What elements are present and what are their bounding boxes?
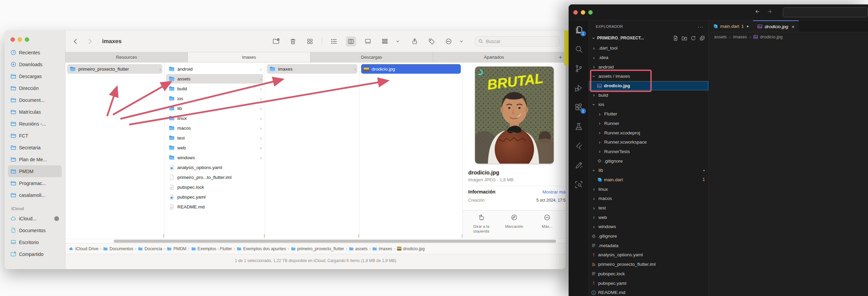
tree-item[interactable]: drodicio.jpg — [589, 81, 708, 91]
breadcrumb-item[interactable]: assets — [714, 34, 727, 39]
path-item[interactable]: Documentos — [103, 246, 133, 251]
nav-forward-icon[interactable] — [767, 8, 773, 16]
breadcrumb-item[interactable]: imaxes — [733, 34, 747, 39]
close-button[interactable] — [11, 37, 15, 42]
sidebar-item[interactable]: Descargas — [8, 70, 62, 82]
path-item[interactable]: Exemplos dos apuntes — [237, 246, 286, 251]
source-control-icon[interactable] — [574, 64, 584, 73]
tree-item[interactable]: ›test — [589, 203, 708, 213]
tree-item[interactable]: .gitignore — [589, 232, 708, 241]
command-center-search[interactable] — [783, 7, 868, 17]
forward-button[interactable] — [85, 37, 95, 46]
zoom-button[interactable] — [588, 10, 593, 15]
group-by-icon[interactable] — [380, 36, 390, 47]
more-actions-icon[interactable] — [443, 36, 454, 47]
tree-item[interactable]: .gitignore — [589, 156, 708, 166]
file-row[interactable]: android› — [166, 64, 263, 74]
sidebar-item[interactable]: Compartido — [8, 248, 62, 260]
tree-item[interactable]: .metadata — [589, 241, 708, 250]
finder-tab[interactable]: imaxes — [188, 52, 310, 62]
new-folder-icon[interactable] — [682, 35, 687, 41]
back-button[interactable] — [71, 37, 80, 46]
tree-item[interactable]: !pubspec.yaml — [589, 278, 708, 288]
path-item[interactable]: drodicio.jpg — [397, 246, 425, 251]
new-file-icon[interactable] — [673, 35, 678, 41]
file-row[interactable]: windows› — [166, 153, 263, 162]
sidebar-item[interactable]: Document... — [8, 94, 62, 106]
tree-item[interactable]: ›Runner.xcodeproj — [589, 128, 708, 137]
sidebar-item[interactable]: FCT — [8, 130, 62, 142]
sidebar-item[interactable]: Secretaria — [8, 142, 62, 153]
column-view-icon[interactable] — [346, 36, 356, 47]
file-row[interactable]: primeiro_proxecto_flutter› — [67, 64, 162, 74]
sidebar-item[interactable]: Documentos — [8, 224, 62, 236]
tree-item[interactable]: ›windows — [589, 222, 708, 232]
minimize-button[interactable] — [18, 37, 22, 42]
tag-icon[interactable] — [427, 36, 437, 47]
horizontal-scrollbar[interactable] — [65, 239, 566, 243]
collapse-all-icon[interactable] — [699, 35, 705, 41]
rotate-left-button[interactable]: Girar a la izquierda — [467, 214, 496, 239]
sidebar-item[interactable]: Reunións -... — [8, 118, 62, 130]
finder-tab[interactable]: Descargas — [311, 52, 433, 62]
file-row[interactable]: linux› — [166, 113, 263, 123]
testing-icon[interactable] — [574, 122, 584, 131]
path-item[interactable]: Exemplos - Flutter — [191, 246, 232, 251]
file-row[interactable]: test› — [166, 133, 263, 143]
file-row[interactable]: macos› — [166, 123, 263, 133]
file-row[interactable]: drodicio.jpg — [361, 64, 461, 74]
tree-item[interactable]: ›assets / imaxes — [589, 72, 708, 81]
refresh-icon[interactable] — [690, 35, 696, 41]
finder-tab[interactable]: Apartados — [433, 52, 555, 62]
tree-item[interactable]: ›macos — [589, 194, 708, 203]
sidebar-item[interactable]: Programac... — [8, 177, 62, 189]
tree-item[interactable]: ›android — [589, 62, 708, 72]
tree-item[interactable]: README.md — [589, 288, 708, 296]
run-debug-icon[interactable] — [574, 83, 584, 93]
explorer-icon[interactable]: 1 — [574, 25, 584, 35]
new-folder-icon[interactable] — [271, 36, 281, 47]
file-row[interactable]: ipubspec.yaml — [166, 192, 263, 202]
search-references-icon[interactable] — [574, 180, 584, 189]
show-more-link[interactable]: Mostrar má — [542, 189, 566, 195]
file-row[interactable]: build› — [166, 84, 263, 93]
file-row[interactable]: pubspec.lock — [166, 182, 263, 192]
file-row[interactable]: ios› — [166, 94, 263, 103]
tree-item[interactable]: primeiro_proxecto_flutter.iml — [589, 260, 708, 269]
file-row[interactable]: ianalysis_options.yaml — [166, 163, 263, 172]
icon-view-icon[interactable] — [305, 36, 315, 47]
list-view-icon[interactable] — [329, 36, 339, 47]
markup-button[interactable]: Marcación — [500, 214, 529, 239]
scrollbar-thumb[interactable] — [114, 240, 556, 243]
flutter-icon[interactable] — [574, 141, 584, 151]
extensions-icon[interactable]: 1 — [574, 103, 584, 112]
pencil-icon[interactable] — [574, 161, 584, 170]
sidebar-item[interactable]: Downloads — [8, 58, 62, 70]
tree-item[interactable]: ›.dart_tool — [589, 43, 708, 53]
file-row[interactable]: lib› — [166, 104, 263, 113]
sidebar-item[interactable]: PMDM — [8, 165, 62, 177]
share-icon[interactable] — [410, 36, 420, 47]
tree-item[interactable]: ›linux — [589, 184, 708, 194]
tree-item[interactable]: ›web — [589, 212, 708, 222]
tree-item[interactable]: ›.idea — [589, 53, 708, 62]
tree-item[interactable]: main.dart1 — [589, 175, 708, 185]
search-input[interactable] — [485, 38, 557, 44]
more-button[interactable]: Más... — [533, 214, 562, 239]
file-row[interactable]: primeiro_pro...to_flutter.iml — [166, 172, 263, 182]
breadcrumb-item[interactable]: drodicio.jpg — [753, 34, 783, 39]
gallery-view-icon[interactable] — [363, 36, 373, 47]
finder-tab[interactable]: Resources — [65, 52, 188, 62]
path-item[interactable]: imaxes — [372, 246, 392, 251]
tree-item[interactable]: ›lib● — [589, 166, 708, 175]
sidebar-item[interactable]: casalamoli... — [8, 189, 62, 201]
tree-item[interactable]: ›Flutter — [589, 109, 708, 119]
tree-item[interactable]: ›Runner — [589, 119, 708, 128]
nav-back-icon[interactable] — [754, 8, 761, 16]
path-item[interactable]: primeiro_proxecto_flutter — [291, 246, 344, 251]
project-section-header[interactable]: › PRIMEIRO_PROXECT... — [589, 33, 708, 43]
path-item[interactable]: Docencia — [138, 246, 162, 251]
file-row[interactable]: assets› — [166, 74, 263, 84]
tree-item[interactable]: ›RunnerTests — [589, 147, 708, 156]
tree-item[interactable]: ›build — [589, 90, 708, 100]
